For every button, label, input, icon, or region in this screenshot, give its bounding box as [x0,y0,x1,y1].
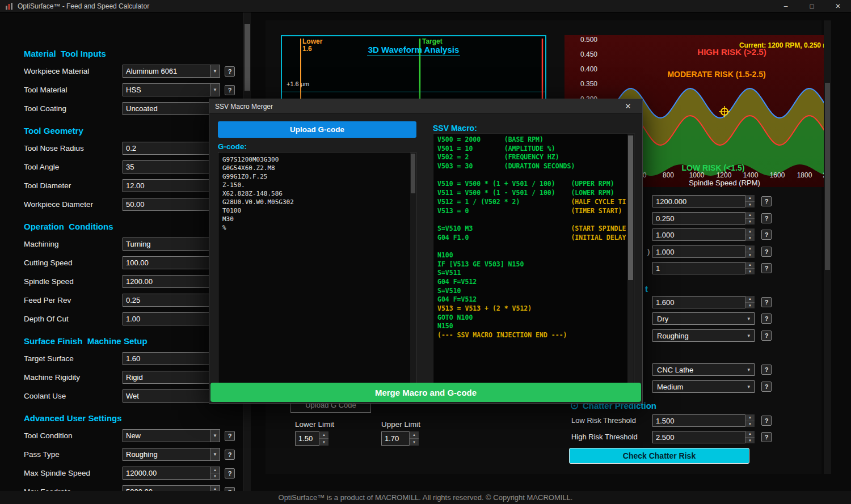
spinner-buttons[interactable]: ▲▼ [210,467,220,479]
spinner-buttons[interactable]: ▲▼ [745,212,755,225]
ssv-scrollbar-thumb[interactable] [628,135,633,280]
dropdown-tool-condition[interactable]: New▼ [123,429,220,442]
spin-up-icon[interactable]: ▲ [410,431,419,438]
threshold-input[interactable]: ▲▼ [652,414,755,427]
number-input-spindle-speed[interactable]: 1200.00▲▼ [123,275,220,288]
dropdown-tool-angle[interactable]: 35▼ [123,160,220,173]
spin-up-icon[interactable]: ▲ [745,245,755,252]
help-button[interactable]: ? [761,247,772,257]
close-icon[interactable]: ✕ [825,0,851,12]
value-input[interactable] [652,195,745,207]
help-button[interactable]: ? [761,230,772,240]
spin-down-icon[interactable]: ▼ [745,302,755,309]
spin-up-icon[interactable]: ▲ [210,467,220,473]
dropdown-cnc-lathe[interactable]: CNC Lathe▾ [652,363,755,376]
number-input-workpiece-diameter[interactable]: 50.00▲▼ [123,198,220,211]
dropdown-roughing[interactable]: Roughing▾ [652,329,755,342]
value-input[interactable] [652,245,745,258]
check-chatter-risk-button[interactable]: Check Chatter Risk [569,448,749,464]
spinner-buttons[interactable]: ▲▼ [745,262,755,274]
spinner-buttons[interactable]: ▲ ▼ [409,431,419,446]
number-input[interactable]: ▲▼ [652,195,755,207]
chevron-down-icon[interactable]: ▼ [210,430,220,442]
lower-limit-input[interactable]: ▲ ▼ [295,431,328,446]
right-scrollbar[interactable] [824,20,831,474]
number-input[interactable]: ▲▼ [652,228,755,241]
help-button[interactable]: ? [761,213,772,223]
number-input-tool-diameter[interactable]: 12.00▲▼ [123,179,220,192]
help-button[interactable]: ? [761,297,772,307]
dialog-close-icon[interactable]: ✕ [620,102,637,111]
spin-down-icon[interactable]: ▼ [410,438,419,446]
ssv-scrollbar[interactable] [627,134,634,385]
chevron-down-icon[interactable]: ▼ [210,84,220,96]
gcode-scrollbar-thumb[interactable] [411,154,415,193]
spinner-buttons[interactable]: ▲▼ [745,195,755,207]
right-scrollbar-thumb[interactable] [825,83,830,270]
spinner-buttons[interactable]: ▲▼ [745,296,755,308]
spin-down-icon[interactable]: ▼ [745,268,755,275]
value-input[interactable] [652,296,745,308]
value-input[interactable] [652,228,745,241]
number-input-feed-per-rev[interactable]: 0.25▲▼ [123,294,220,307]
spinner-buttons[interactable]: ▲▼ [745,228,755,241]
chevron-down-icon[interactable]: ▼ [210,65,220,77]
maximize-icon[interactable]: □ [799,0,825,12]
gcode-scrollbar[interactable] [410,153,416,384]
spinner-buttons[interactable]: ▲▼ [745,245,755,258]
value-input[interactable] [652,414,745,427]
number-input[interactable]: ▲▼ [652,212,755,225]
spin-up-icon[interactable]: ▲ [745,228,755,235]
spin-down-icon[interactable]: ▼ [745,235,755,242]
help-button[interactable]: ? [225,468,235,478]
chevron-down-icon[interactable]: ▼ [210,448,220,460]
dropdown-machine-rigidity[interactable]: Rigid▼ [123,371,220,384]
threshold-input[interactable]: ▲▼ [652,431,755,443]
dropdown-medium[interactable]: Medium▾ [652,380,755,393]
spin-down-icon[interactable]: ▼ [745,252,755,259]
help-button[interactable]: ? [225,450,235,460]
lower-limit-value[interactable] [295,431,319,446]
help-button[interactable]: ? [761,382,772,392]
help-button[interactable]: ? [761,331,772,341]
dropdown-tool-coating[interactable]: Uncoated▼ [123,102,220,115]
value-input[interactable] [652,212,745,225]
spin-down-icon[interactable]: ▼ [745,421,755,427]
spin-up-icon[interactable]: ▲ [745,431,755,437]
help-button[interactable]: ? [225,85,235,95]
value-input[interactable] [652,431,745,443]
dropdown-machining[interactable]: Turning▼ [123,238,220,251]
spinner-buttons[interactable]: ▲▼ [745,431,755,443]
number-input-tool-nose-radius[interactable]: 0.2▲▼ [123,142,220,155]
dropdown-tool-material[interactable]: HSS▼ [123,83,220,96]
upper-limit-input[interactable]: ▲ ▼ [381,431,419,446]
spinner-buttons[interactable]: ▲▼ [745,414,755,427]
merge-macro-button[interactable]: Merge Macro and G-code [210,383,641,402]
help-button[interactable]: ? [225,66,235,77]
sidebar-scrollbar-thumb[interactable] [245,24,250,91]
number-input[interactable]: ▲▼ [652,262,755,274]
spin-down-icon[interactable]: ▼ [319,438,328,446]
spin-down-icon[interactable]: ▼ [210,473,220,479]
spin-up-icon[interactable]: ▲ [745,414,755,421]
help-button[interactable]: ? [761,263,772,273]
ssv-macro-textarea[interactable]: V500 = 2000 (BASE RPM)V501 = 10 (AMPLITU… [433,133,635,385]
spin-down-icon[interactable]: ▼ [745,218,755,225]
dropdown-pass-type[interactable]: Roughing▼ [123,448,220,461]
number-input[interactable]: ▲▼ [652,245,755,258]
help-button[interactable]: ? [761,314,772,324]
dropdown-workpiece-material[interactable]: Aluminum 6061▼ [123,65,220,78]
dropdown-dry[interactable]: Dry▾ [652,312,755,325]
number-input-max-spindle-speed[interactable]: 12000.00▲▼ [123,467,220,480]
number-input-depth-of-cut[interactable]: 1.00▲▼ [123,312,220,325]
gcode-textarea[interactable]: G97S1200M03G300G0G54X60.Z2.M8G99G1Z0.F.2… [218,152,416,385]
dropdown-coolant-use[interactable]: Wet▼ [123,389,220,403]
help-button[interactable]: ? [761,432,772,442]
spin-up-icon[interactable]: ▲ [745,212,755,218]
number-input-cutting-speed[interactable]: 100.00▲▼ [123,256,220,269]
value-input[interactable] [652,262,745,274]
upper-limit-value[interactable] [381,431,409,446]
spin-down-icon[interactable]: ▼ [745,437,755,444]
spin-up-icon[interactable]: ▲ [745,296,755,302]
help-button[interactable]: ? [761,416,772,426]
